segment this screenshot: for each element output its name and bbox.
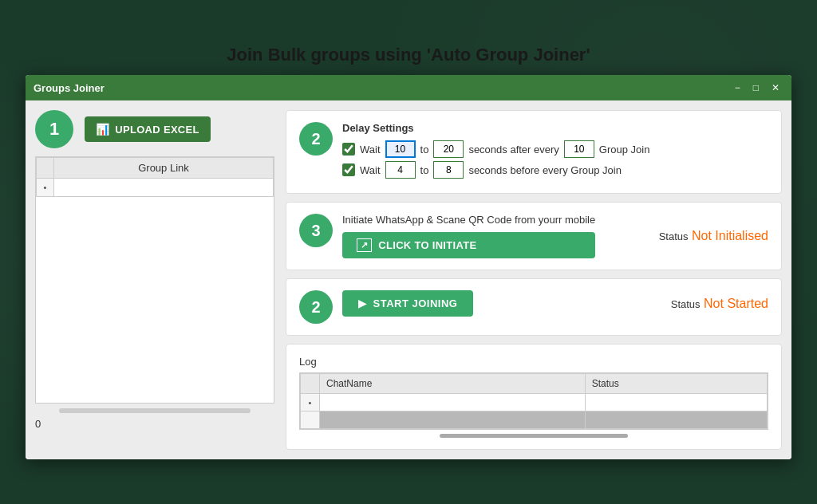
delay-input-1[interactable]	[385, 140, 416, 158]
table-group-link-header: Group Link	[54, 158, 274, 179]
delay-seconds-2: seconds before every Group Join	[468, 164, 622, 176]
maximize-button[interactable]: □	[749, 81, 763, 95]
delay-header: 2 Delay Settings Wait to seconds after e…	[299, 122, 768, 182]
initiate-row: Initiate WhatsApp & Scane QR Code from y…	[342, 214, 768, 258]
start-status-label: Status	[671, 298, 701, 310]
log-row-num-1: •	[301, 394, 320, 411]
delay-input-4[interactable]	[385, 161, 416, 179]
log-row-num-2	[301, 411, 320, 429]
step-3-circle: 3	[299, 214, 333, 247]
close-button[interactable]: ✕	[768, 81, 783, 95]
initiate-status-label: Status	[659, 230, 689, 242]
delay-checkbox-1[interactable]	[342, 143, 355, 156]
start-btn-label: START JOINING	[373, 297, 458, 309]
app-window: Groups Joiner − □ ✕ 1 📊 UPLOAD EXCEL	[26, 75, 791, 459]
initiate-left: Initiate WhatsApp & Scane QR Code from y…	[342, 214, 595, 258]
log-row-2	[301, 411, 768, 429]
delay-row-2: Wait to seconds before every Group Join	[342, 161, 768, 179]
log-status-1	[585, 394, 767, 411]
row-number: •	[37, 179, 54, 197]
delay-row-1: Wait to seconds after every Group Join	[342, 140, 768, 158]
log-table: ChatName Status •	[300, 373, 768, 429]
step-2-delay-circle: 2	[299, 122, 333, 156]
window-controls: − □ ✕	[731, 81, 783, 95]
group-link-table-container: Group Link •	[35, 156, 274, 404]
excel-icon: 📊	[96, 123, 109, 136]
group-link-table: Group Link •	[36, 157, 274, 197]
upload-excel-button[interactable]: 📊 UPLOAD EXCEL	[85, 116, 211, 142]
step-1-circle: 1	[35, 110, 73, 148]
page-title: Join Bulk groups using 'Auto Group Joine…	[227, 45, 590, 65]
delay-title: Delay Settings	[342, 122, 768, 134]
group-link-cell[interactable]	[54, 179, 274, 197]
log-scrollbar[interactable]	[440, 434, 627, 438]
delay-wait-1: Wait	[360, 144, 381, 156]
step-2-start-circle: 2	[299, 290, 333, 324]
log-row-num-header	[301, 374, 320, 394]
delay-body: Delay Settings Wait to seconds after eve…	[342, 122, 768, 182]
upload-excel-label: UPLOAD EXCEL	[115, 124, 199, 136]
delay-input-2[interactable]	[433, 140, 464, 158]
delay-to-2: to	[420, 164, 429, 176]
initiate-body: Initiate WhatsApp & Scane QR Code from y…	[342, 214, 768, 258]
app-content: 1 📊 UPLOAD EXCEL Group Link	[26, 100, 791, 459]
start-header: 2 ▶ START JOINING Status Not Started	[299, 290, 768, 324]
left-top-row: 1 📊 UPLOAD EXCEL	[35, 110, 274, 148]
log-chatname-1	[320, 394, 586, 411]
window-title: Groups Joiner	[34, 82, 105, 94]
log-card: Log ChatName Status	[286, 344, 782, 450]
initiate-status-value: Not Initialised	[692, 229, 768, 242]
delay-wait-2: Wait	[360, 164, 381, 176]
delay-seconds-1: seconds after every	[468, 144, 558, 156]
click-to-initiate-button[interactable]: ↗ CLICK TO INITIATE	[342, 232, 595, 258]
initiate-btn-icon: ↗	[357, 238, 372, 252]
log-status-2	[585, 411, 767, 429]
start-status-value: Not Started	[704, 297, 768, 310]
log-table-wrapper: ChatName Status •	[299, 372, 768, 430]
delay-input-3[interactable]	[564, 140, 594, 158]
initiate-description: Initiate WhatsApp & Scane QR Code from y…	[342, 214, 595, 226]
right-panel: 2 Delay Settings Wait to seconds after e…	[286, 110, 782, 450]
log-row-1: •	[301, 394, 768, 411]
left-count: 0	[35, 418, 41, 430]
delay-end-1: Group Join	[599, 144, 650, 156]
start-status-row: ▶ START JOINING Status Not Started	[342, 290, 768, 317]
title-bar: Groups Joiner − □ ✕	[26, 75, 791, 100]
log-chatname-2	[320, 411, 586, 429]
initiate-status: Status Not Initialised	[659, 229, 768, 243]
start-joining-card: 2 ▶ START JOINING Status Not Started	[286, 278, 782, 336]
log-chatname-header: ChatName	[320, 374, 586, 394]
delay-checkbox-2[interactable]	[342, 163, 355, 176]
start-play-icon: ▶	[358, 297, 367, 309]
left-panel: 1 📊 UPLOAD EXCEL Group Link	[35, 110, 274, 450]
delay-to-1: to	[420, 144, 429, 156]
left-table-scrollbar[interactable]	[59, 408, 251, 413]
initiate-header: 3 Initiate WhatsApp & Scane QR Code from…	[299, 214, 768, 258]
start-status: Status Not Started	[671, 297, 768, 311]
delay-settings-card: 2 Delay Settings Wait to seconds after e…	[286, 110, 782, 194]
start-body: ▶ START JOINING Status Not Started	[342, 290, 768, 317]
minimize-button[interactable]: −	[731, 81, 744, 95]
initiate-btn-label: CLICK TO INITIATE	[378, 239, 476, 251]
delay-input-5[interactable]	[433, 161, 464, 179]
initiate-card: 3 Initiate WhatsApp & Scane QR Code from…	[286, 202, 782, 270]
start-joining-button[interactable]: ▶ START JOINING	[342, 290, 473, 317]
log-title: Log	[299, 356, 768, 368]
log-status-header: Status	[585, 374, 767, 394]
group-link-input[interactable]	[59, 182, 268, 193]
table-row-num-header	[37, 158, 54, 179]
table-row: •	[37, 179, 274, 197]
